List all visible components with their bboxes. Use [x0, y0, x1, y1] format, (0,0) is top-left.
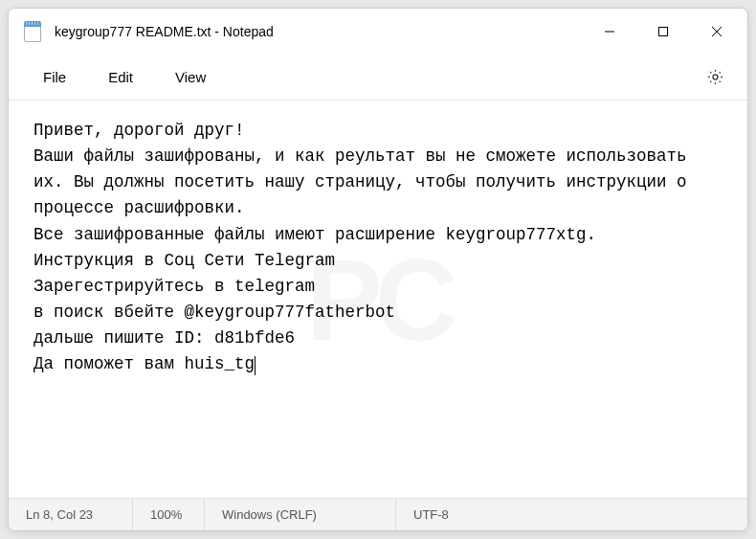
text-line: Привет, дорогой друг! [33, 121, 245, 140]
text-caret [255, 356, 256, 375]
menu-edit[interactable]: Edit [87, 61, 154, 93]
titlebar[interactable]: keygroup777 README.txt - Notepad [9, 9, 747, 55]
window-controls [583, 9, 744, 55]
svg-rect-1 [659, 28, 668, 36]
close-icon [711, 26, 723, 37]
text-line: дальше пишите ID: d81bfde6 [33, 328, 295, 348]
text-line: Все зашифрованные файлы имеют расширение… [33, 225, 596, 244]
text-line: Да поможет вам huis_tg [33, 354, 255, 373]
minimize-button[interactable] [583, 9, 636, 55]
text-area[interactable]: PCПривет, дорогой друг! Ваши файлы зашиф… [9, 101, 747, 498]
svg-point-4 [712, 75, 717, 79]
status-position: Ln 8, Col 23 [9, 499, 133, 530]
menu-file[interactable]: File [22, 61, 87, 93]
text-line: в поиск вбейте @keygroup777fatherbot [33, 303, 395, 322]
minimize-icon [604, 26, 615, 37]
maximize-icon [657, 26, 669, 37]
maximize-button[interactable] [636, 9, 690, 55]
text-line: Инструкция в Соц Сети Telegram [33, 251, 335, 270]
menubar: File Edit View [9, 55, 747, 101]
settings-button[interactable] [696, 58, 734, 97]
status-zoom: 100% [133, 499, 205, 530]
statusbar: Ln 8, Col 23 100% Windows (CRLF) UTF-8 [9, 498, 747, 530]
notepad-window: keygroup777 README.txt - Notepad File Ed… [8, 8, 748, 531]
gear-icon [706, 68, 724, 86]
status-line-ending: Windows (CRLF) [205, 499, 396, 530]
window-title: keygroup777 README.txt - Notepad [55, 24, 583, 39]
status-encoding: UTF-8 [396, 499, 511, 530]
menu-view[interactable]: View [154, 61, 227, 93]
notepad-icon [24, 21, 41, 42]
text-line: Зарегестрируйтесь в telegram [33, 277, 315, 296]
close-button[interactable] [690, 9, 744, 55]
text-line: Ваши файлы зашифрованы, и как реультат в… [33, 146, 697, 217]
